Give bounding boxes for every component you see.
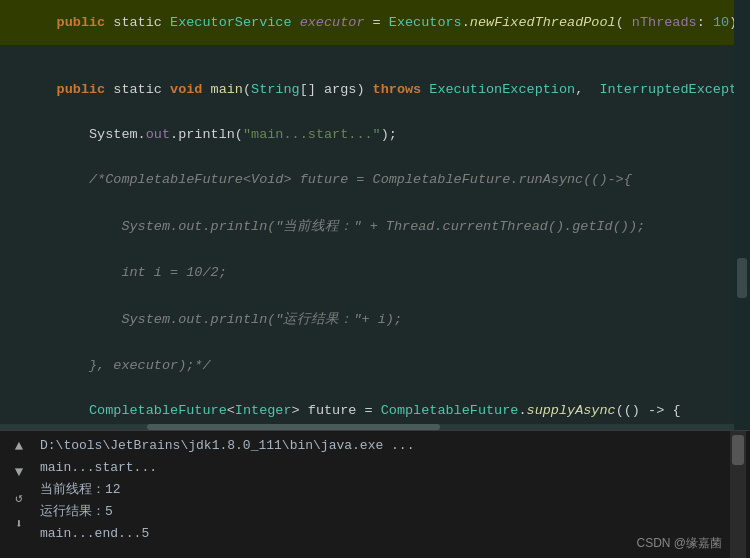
code-line-3: System.out.println("main...start..."); <box>0 112 750 157</box>
watermark: CSDN @缘嘉菌 <box>636 535 722 552</box>
code-line-1: public static ExecutorService executor =… <box>0 0 750 45</box>
scroll-up-button[interactable]: ▲ <box>10 437 28 455</box>
output-scrollbar[interactable] <box>730 431 746 558</box>
output-path: D:\tools\JetBrains\jdk1.8.0_111\bin\java… <box>40 435 724 457</box>
output-line-4: main...end...5 <box>40 523 724 545</box>
code-line-5: System.out.println("当前线程：" + Thread.curr… <box>0 202 750 250</box>
code-line-4: /*CompletableFuture<Void> future = Compl… <box>0 157 750 202</box>
output-line-3: 运行结果：5 <box>40 501 724 523</box>
output-scrollbar-thumb[interactable] <box>732 435 744 465</box>
code-editor: public static ExecutorService executor =… <box>0 0 750 430</box>
vertical-scrollbar-thumb[interactable] <box>737 258 747 298</box>
output-line-2: 当前线程：12 <box>40 479 724 501</box>
code-line-8: }, executor);*/ <box>0 343 750 388</box>
code-line-main: public static void main(String[] args) t… <box>0 67 750 112</box>
down-button[interactable]: ⬇ <box>10 515 28 533</box>
code-line-6: int i = 10/2; <box>0 250 750 295</box>
code-line-blank <box>0 45 750 67</box>
output-line-1: main...start... <box>40 457 724 479</box>
rerun-button[interactable]: ↺ <box>10 489 28 507</box>
output-content: D:\tools\JetBrains\jdk1.8.0_111\bin\java… <box>34 431 730 558</box>
output-panel: ▲ ▼ ↺ ⬇ D:\tools\JetBrains\jdk1.8.0_111\… <box>0 430 750 558</box>
scroll-down-button[interactable]: ▼ <box>10 463 28 481</box>
output-controls: ▲ ▼ ↺ ⬇ <box>4 431 34 558</box>
vertical-scrollbar[interactable] <box>734 0 750 430</box>
code-line-7: System.out.println("运行结果："+ i); <box>0 295 750 343</box>
